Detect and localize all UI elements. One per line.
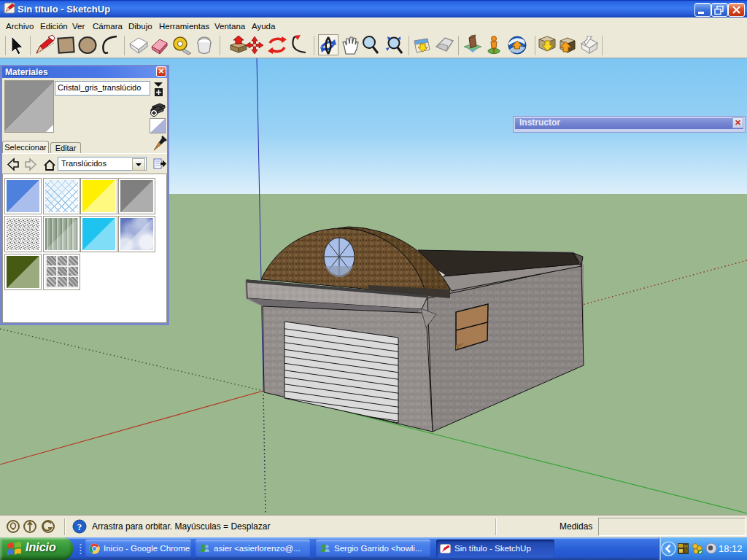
svg-text:?: ? xyxy=(77,521,82,532)
